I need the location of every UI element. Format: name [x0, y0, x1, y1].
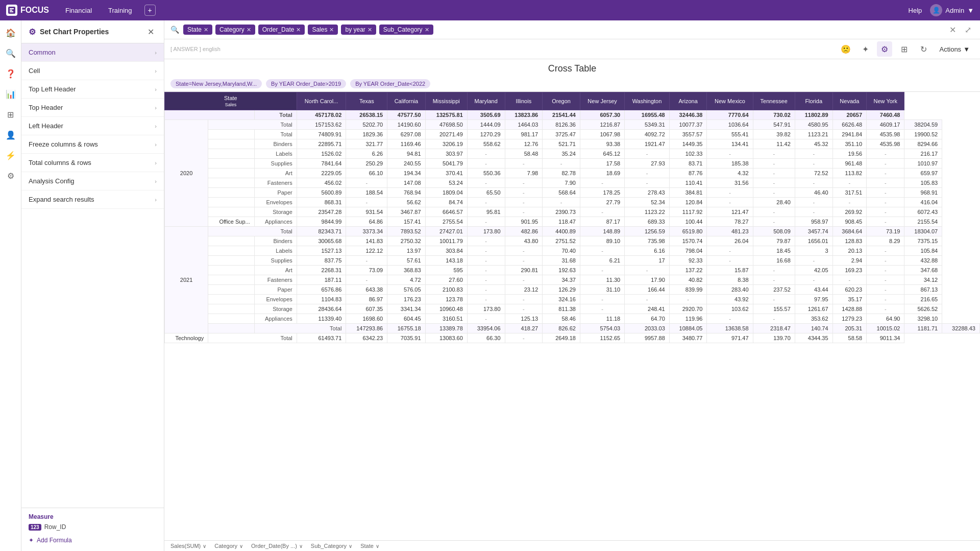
table-row-2020-paper: Paper 5600.89188.54768.941809.0465.50-56…	[165, 188, 980, 198]
col-header-newyork[interactable]: New York	[867, 92, 904, 110]
col-header-maryland[interactable]: Maryland	[467, 92, 505, 110]
table-row-grand-total: Total 457178.02 26538.15 47577.50 132575…	[165, 110, 980, 120]
user-icon-btn[interactable]: 👤	[3, 127, 19, 143]
refresh-icon-btn[interactable]: ↻	[916, 41, 931, 57]
search-tag-sales[interactable]: Sales ✕	[308, 25, 338, 35]
sidebar-item-topheader[interactable]: Top Header ›	[21, 99, 164, 117]
sidebar-item-expand[interactable]: Expand search results ›	[21, 190, 164, 209]
sidebar-item-label: Left Header	[29, 122, 63, 130]
col-header-arizona[interactable]: Arizona	[669, 92, 707, 110]
grand-total-northcarolina: 457178.02	[297, 110, 346, 120]
sidebar-item-totalcols[interactable]: Total columns & rows ›	[21, 154, 164, 172]
col-header-oregon[interactable]: Oregon	[543, 92, 580, 110]
year-2020-label: 2020	[165, 120, 208, 227]
tag-sales-remove[interactable]: ✕	[329, 27, 334, 33]
app-logo[interactable]: FOCUS	[6, 5, 49, 16]
left-icon-panel: 🏠 🔍 ❓ 📊 ⊞ 👤 ⚡ ⚙	[0, 20, 21, 551]
col-header-washington[interactable]: Washington	[625, 92, 670, 110]
table-row-technology: Technology Total 61493.716342.237035.911…	[165, 333, 980, 343]
col-header-nevada[interactable]: Nevada	[832, 92, 867, 110]
chart-area: Cross Table State=New Jersey,Maryland,W.…	[164, 59, 980, 551]
filter-pill-date-after[interactable]: By YEAR Order_Date>2019	[266, 79, 346, 88]
table-row-2021-total-bottom: Total 147293.8616755.1813389.7833954.064…	[165, 324, 980, 333]
2020-total-label: Total	[208, 120, 297, 130]
add-formula-button[interactable]: ✦ Add Formula	[29, 535, 157, 546]
sidebar-item-cell[interactable]: Cell ›	[21, 62, 164, 80]
cross-table-container[interactable]: StateSales North Carol... Texas Californ…	[164, 92, 980, 540]
clear-search-icon[interactable]: ✕	[946, 23, 959, 36]
table-row-2021-art: Art 2268.3173.09368.83595-290.81192.63--…	[165, 266, 980, 275]
sidebar-close-button[interactable]: ✕	[144, 26, 157, 38]
expand-search-icon[interactable]: ⤢	[962, 23, 974, 36]
grand-total-maryland: 3505.69	[467, 110, 505, 120]
col-header-florida[interactable]: Florida	[795, 92, 832, 110]
footer-sales[interactable]: Sales(SUM) ∨	[170, 543, 206, 549]
actions-chevron-icon: ▼	[963, 45, 970, 53]
tag-state-remove[interactable]: ✕	[204, 27, 208, 33]
tag-subcategory-remove[interactable]: ✕	[425, 27, 429, 33]
filter-pill-date-before[interactable]: By YEAR Order_Date<2022	[350, 79, 430, 88]
search-tag-subcategory[interactable]: Sub_Category ✕	[379, 25, 433, 35]
sidebar-item-label: Total columns & rows	[29, 159, 91, 166]
tag-orderdate-remove[interactable]: ✕	[296, 27, 301, 33]
user-menu[interactable]: 👤 Admin ▼	[930, 4, 974, 16]
sidebar-item-freeze[interactable]: Freeze columns & rows ›	[21, 135, 164, 154]
col-header-tennessee[interactable]: Tennessee	[753, 92, 795, 110]
sidebar-item-common[interactable]: Common ›	[21, 43, 164, 62]
chevron-right-icon: ›	[155, 86, 157, 92]
col-header-mississippi[interactable]: Mississippi	[425, 92, 467, 110]
sidebar-item-leftheader[interactable]: Left Header ›	[21, 117, 164, 135]
col-header-newjersey[interactable]: New Jersey	[580, 92, 624, 110]
grand-total-texas: 26538.15	[346, 110, 387, 120]
col-header-texas[interactable]: Texas	[346, 92, 387, 110]
table-row-2020-storage: Storage 23547.28931.543467.876646.5795.8…	[165, 207, 980, 217]
col-header-illinois[interactable]: Illinois	[505, 92, 543, 110]
lightning-icon-btn[interactable]: ⚡	[3, 147, 19, 163]
sidebar-item-topleftheader[interactable]: Top Left Header ›	[21, 80, 164, 99]
nav-help[interactable]: Help	[909, 7, 922, 14]
table-header-state: StateSales	[165, 92, 297, 110]
search-tag-orderdate[interactable]: Order_Date ✕	[258, 25, 305, 35]
grand-total-mississippi: 132575.81	[425, 110, 467, 120]
sidebar-item-analysis[interactable]: Analysis Config ›	[21, 172, 164, 190]
chart-icon-btn[interactable]: 📊	[3, 86, 19, 102]
bottom-footer: Sales(SUM) ∨ Category ∨ Order_Date(By ..…	[164, 540, 980, 551]
grid-icon-btn[interactable]: ⊞	[3, 106, 19, 123]
filter-pills: State=New Jersey,Maryland,W... By YEAR O…	[164, 76, 980, 92]
user-chevron-icon: ▼	[967, 7, 974, 14]
nav-training[interactable]: Training	[104, 5, 136, 16]
footer-orderdate[interactable]: Order_Date(By ...) ∨	[251, 543, 303, 549]
filter-pill-state[interactable]: State=New Jersey,Maryland,W...	[170, 79, 262, 88]
search-tag-byyear[interactable]: by year ✕	[341, 25, 376, 35]
chevron-right-icon: ›	[155, 105, 157, 111]
sidebar-panel: ⚙ Set Chart Properties ✕ Common › Cell ›…	[21, 20, 164, 551]
settings-icon-btn[interactable]: ⚙	[877, 41, 892, 57]
col-header-california[interactable]: California	[387, 92, 425, 110]
tag-byyear-remove[interactable]: ✕	[368, 27, 372, 33]
search-tag-category[interactable]: Category ✕	[215, 25, 255, 35]
tag-category-remove[interactable]: ✕	[247, 27, 251, 33]
settings-icon-btn[interactable]: ⚙	[3, 167, 19, 184]
bookmark-icon-btn[interactable]: ✦	[857, 41, 873, 57]
tag-subcategory-label: Sub_Category	[383, 26, 423, 33]
2020-officesup-total: Total	[254, 130, 297, 139]
footer-category[interactable]: Category ∨	[214, 543, 243, 549]
nav-plus-button[interactable]: +	[144, 5, 156, 16]
footer-subcategory[interactable]: Sub_Category ∨	[311, 543, 352, 549]
nav-financial[interactable]: Financial	[61, 5, 96, 16]
search-icon-btn[interactable]: 🔍	[3, 45, 19, 61]
row-id-label: Row_ID	[44, 523, 66, 531]
footer-orderdate-label: Order_Date(By ...)	[251, 543, 297, 549]
table-row-2020-supplies: Supplies 7841.64250.29240.555041.79---17…	[165, 159, 980, 169]
table-row-2020-fasteners: Fasteners 456.02-147.0853.24--7.90--110.…	[165, 178, 980, 188]
smiley-icon-btn[interactable]: 🙁	[838, 41, 853, 57]
gear-icon: ⚙	[29, 27, 36, 37]
search-tag-state[interactable]: State ✕	[183, 25, 212, 35]
footer-state[interactable]: State ∨	[360, 543, 379, 549]
col-header-newmexico[interactable]: New Mexico	[707, 92, 753, 110]
table-icon-btn[interactable]: ⊞	[896, 41, 912, 57]
help-icon-btn[interactable]: ❓	[3, 65, 19, 82]
col-header-northcarolina[interactable]: North Carol...	[297, 92, 346, 110]
home-icon-btn[interactable]: 🏠	[3, 25, 19, 41]
actions-dropdown[interactable]: Actions ▼	[935, 43, 974, 55]
